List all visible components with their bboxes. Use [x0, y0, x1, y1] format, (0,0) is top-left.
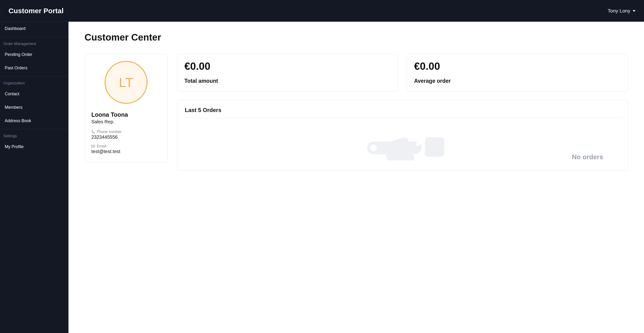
user-menu[interactable]: Tony Lony [608, 8, 636, 14]
sidebar: Dashboard Order Management Pending Order… [0, 22, 68, 333]
phone-label: Phone number [97, 130, 122, 134]
divider [0, 76, 68, 76]
svg-point-2 [370, 145, 377, 151]
svg-rect-4 [425, 137, 444, 157]
stat-value: €0.00 [414, 60, 621, 72]
app-title: Customer Portal [8, 7, 64, 15]
svg-rect-5 [382, 136, 415, 160]
sales-rep-card: LT Loona Toona Sales Rep. Phone number 2… [84, 54, 168, 162]
svg-rect-0 [92, 145, 95, 147]
phone-label-row: Phone number [91, 130, 161, 134]
stat-label: Total amount [184, 78, 391, 84]
sidebar-section-settings: Settings [0, 131, 68, 140]
header: Customer Portal Tony Lony [0, 0, 644, 22]
email-label-row: Email [91, 144, 161, 148]
divider [0, 37, 68, 37]
stat-total-amount: €0.00 Total amount [177, 54, 398, 91]
sidebar-section-organization: Organization [0, 78, 68, 87]
rep-role: Sales Rep. [91, 119, 161, 124]
chevron-down-icon [633, 10, 636, 12]
empty-orders-text: No orders [572, 153, 603, 160]
stat-average-order: €0.00 Average order [407, 54, 628, 91]
user-name: Tony Lony [608, 8, 630, 14]
svg-rect-3 [416, 143, 420, 146]
avatar: LT [104, 61, 148, 104]
sidebar-item-address-book[interactable]: Address Book [0, 114, 68, 128]
sidebar-item-past-orders[interactable]: Past Orders [0, 61, 68, 75]
empty-orders-illustration-icon [358, 125, 447, 160]
email-label: Email [97, 144, 106, 148]
sidebar-item-pending-order[interactable]: Pending Order [0, 48, 68, 61]
page-title: Customer Center [84, 32, 628, 43]
stat-label: Average order [414, 78, 621, 84]
orders-heading: Last 5 Orders [185, 107, 620, 113]
sidebar-item-my-profile[interactable]: My Profile [0, 140, 68, 154]
phone-icon [91, 130, 95, 134]
email-value: test@test.test [91, 149, 161, 154]
sidebar-section-order-management: Order Management [0, 38, 68, 48]
phone-value: 2323445556 [91, 134, 161, 140]
main-content: Customer Center LT Loona Toona Sales Rep… [68, 22, 644, 333]
mail-icon [91, 145, 95, 148]
divider [0, 129, 68, 129]
stat-value: €0.00 [184, 60, 391, 72]
rep-name: Loona Toona [91, 111, 161, 118]
sidebar-item-contact[interactable]: Contact [0, 87, 68, 101]
sidebar-item-dashboard[interactable]: Dashboard [0, 22, 68, 35]
last-orders-card: Last 5 Orders [177, 100, 628, 171]
sidebar-item-members[interactable]: Members [0, 101, 68, 114]
